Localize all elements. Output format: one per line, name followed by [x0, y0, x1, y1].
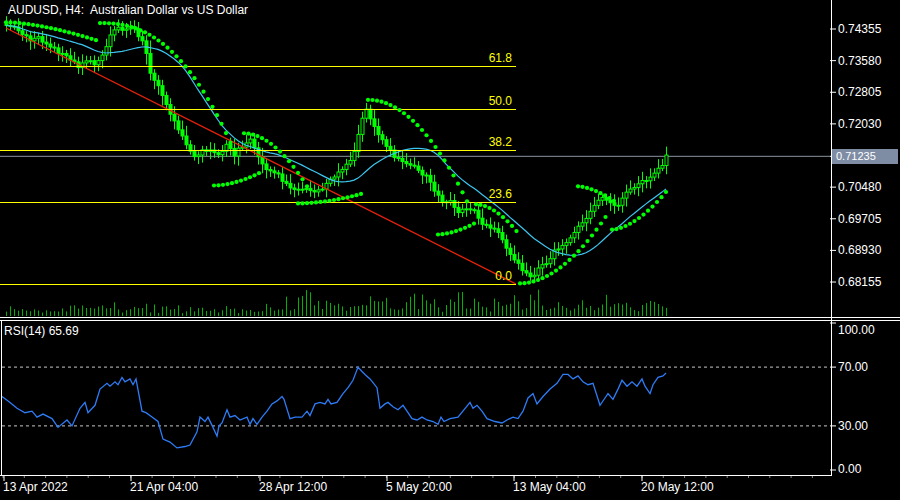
time-scale[interactable]	[0, 476, 900, 500]
chart-title: AUDUSD, H4: Australian Dollar vs US Doll…	[8, 3, 248, 17]
trading-chart-window: 61.850.038.223.60.00.743550.735800.72805…	[0, 0, 900, 500]
panel-separator-handle[interactable]	[0, 316, 830, 322]
current-price-tag: 0.71235	[832, 149, 898, 164]
rsi-panel-surface[interactable]	[0, 321, 830, 475]
rsi-indicator-label: RSI(14) 65.69	[4, 324, 79, 338]
main-chart-surface[interactable]	[0, 0, 830, 317]
price-scale[interactable]	[830, 0, 900, 476]
